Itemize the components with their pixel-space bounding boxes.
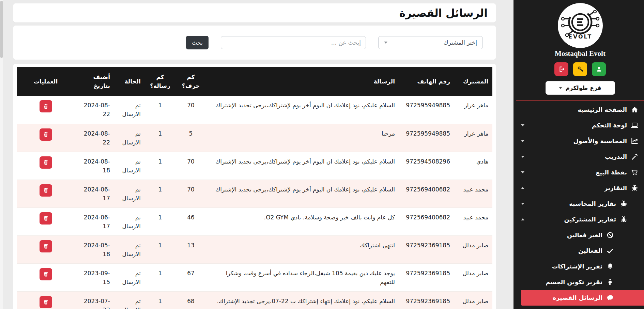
cell-status: تم الارسال [114, 263, 145, 291]
table-row: محمد عبيد 972569400682 السلام عليكم، نود… [17, 180, 492, 207]
sidebar-item-training[interactable]: التدريب [521, 149, 644, 165]
evolt-logo-icon: EVOLT [558, 3, 603, 48]
delete-button[interactable] [40, 156, 52, 169]
delete-button[interactable] [40, 100, 52, 112]
magic-wand-icon [631, 153, 639, 160]
sidebar-item-active[interactable]: الفعالين [521, 243, 644, 259]
header-subscriber: المشترك [454, 67, 492, 96]
cell-subscriber: صابر مدلل [454, 263, 492, 291]
sidebar-item-accounting-reports[interactable]: تقارير المحاسبة [521, 196, 644, 212]
delete-button[interactable] [40, 268, 52, 280]
chevron-up-icon [521, 218, 524, 220]
cell-subscriber: ماهر عرار [454, 124, 492, 152]
sidebar-item-body-composition-report[interactable]: تقرير تكوين الجسم [521, 274, 644, 290]
cell-subscriber: ماهر عرار [454, 96, 492, 124]
table-row: صابر مدلل 972592369185 انتهى اشتراكك 13 … [17, 235, 492, 263]
cell-chars: 46 [175, 207, 206, 235]
cell-count: 1 [145, 152, 175, 180]
branch-select-value: فرع طولكرم [565, 84, 601, 91]
sidebar-menu: الصفحة الرئيسية لوحة التحكم المحاسبة وال… [516, 101, 644, 306]
sidebar-item-inactive[interactable]: الغير فعالين [521, 227, 644, 243]
user-icon [596, 66, 602, 73]
cell-chars: 5 [175, 124, 206, 152]
cell-added: 2024-08-18 [75, 152, 114, 180]
subscriber-select-value: إختر المشترك [443, 39, 477, 46]
cell-message: انتهى اشتراكك [206, 235, 399, 263]
cart-icon [631, 169, 639, 176]
cell-added: 2023-07-23 [75, 291, 114, 309]
cell-phone: 972592369185 [399, 291, 454, 309]
sidebar-item-accounting[interactable]: المحاسبة والأصول [521, 133, 644, 149]
cell-added: 2024-08-22 [75, 124, 114, 152]
trash-icon [43, 104, 49, 109]
chart-line-icon [631, 137, 639, 145]
scrollbar-thumb[interactable] [0, 1, 3, 58]
cell-phone: 972592369185 [399, 263, 454, 291]
header-phone: رقم الهاتف [399, 67, 454, 96]
table-row: هادي 972594508296 السلام عليكم، نود إعلا… [17, 152, 492, 180]
cell-subscriber: محمد عبيد [454, 207, 492, 235]
cell-subscriber: هادي [454, 152, 492, 180]
brand-logo: EVOLT [558, 3, 603, 48]
chevron-down-icon [521, 140, 524, 142]
cell-added: 2024-06-17 [75, 207, 114, 235]
bug-icon [620, 216, 628, 223]
header-status: الحالة [114, 67, 145, 96]
header-operations: العمليات [17, 67, 75, 96]
logout-button[interactable] [554, 62, 568, 76]
sidebar-item-reports[interactable]: التقارير [521, 180, 644, 196]
cell-status: تم الارسال [114, 207, 145, 235]
profile-button[interactable] [592, 62, 606, 76]
delete-button[interactable] [40, 240, 52, 252]
messages-table-card: المشترك رقم الهاتف الرسالة كم حرف؟ كم رس… [13, 64, 496, 309]
delete-button[interactable] [40, 296, 52, 308]
cell-status: تم الارسال [114, 124, 145, 152]
sidebar-item-home[interactable]: الصفحة الرئيسية [521, 102, 644, 118]
sidebar-item-subscriptions-report[interactable]: تقرير الإشتراكات [521, 259, 644, 274]
cell-count: 1 [145, 124, 175, 152]
subscriber-select[interactable]: إختر المشترك [378, 36, 483, 49]
key-icon [577, 66, 584, 73]
chevron-down-icon [521, 156, 524, 158]
header-message: الرسالة [206, 67, 399, 96]
delete-button[interactable] [40, 212, 52, 225]
search-card: إختر المشترك بحث [13, 26, 496, 60]
delete-button[interactable] [40, 128, 52, 141]
cell-count: 1 [145, 96, 175, 124]
home-icon [631, 106, 639, 113]
sidebar-item-pos[interactable]: نقطة البيع [521, 165, 644, 180]
cell-chars: 67 [175, 263, 206, 291]
cell-phone: 972592369185 [399, 235, 454, 263]
cell-subscriber: محمد عبيد [454, 180, 492, 207]
search-button[interactable]: بحث [186, 36, 209, 49]
cell-message: السلام عليكم، نود إعلامك ان اليوم أخر يو… [206, 96, 399, 124]
table-row: ماهر عرار 972595949885 السلام عليكم، نود… [17, 96, 492, 124]
branch-select[interactable]: فرع طولكرم [546, 81, 615, 95]
sidebar-item-sms[interactable]: الرسائل القصيرة [521, 290, 644, 306]
password-button[interactable] [573, 62, 587, 76]
brand-name: Mostaqbal Evolt [516, 49, 644, 58]
chevron-down-icon [521, 124, 524, 126]
cell-count: 1 [145, 180, 175, 207]
search-input[interactable] [221, 36, 366, 49]
cell-subscriber: صابر مدلل [454, 291, 492, 309]
cell-message: السلام عليكم، نود إعلامك ان اليوم أخر يو… [206, 152, 399, 180]
cell-status: تم الارسال [114, 96, 145, 124]
cell-status: تم الارسال [114, 235, 145, 263]
cell-status: تم الارسال [114, 180, 145, 207]
cell-chars: 70 [175, 152, 206, 180]
sidebar-item-subscriber-reports[interactable]: تقارير المشتركين [521, 212, 644, 227]
sidebar-item-dashboard[interactable]: لوحة التحكم [521, 118, 644, 133]
bug-icon [631, 184, 639, 192]
trash-icon [43, 215, 49, 221]
trash-icon [43, 187, 49, 193]
cell-phone: 972595949885 [399, 124, 454, 152]
trash-icon [43, 271, 49, 277]
chevron-up-icon [521, 187, 524, 189]
trash-icon [43, 243, 49, 249]
ban-icon [606, 231, 614, 239]
chevron-down-icon [521, 171, 524, 173]
cell-chars: 70 [175, 180, 206, 207]
page-scrollbar[interactable] [0, 0, 3, 309]
delete-button[interactable] [40, 184, 52, 197]
